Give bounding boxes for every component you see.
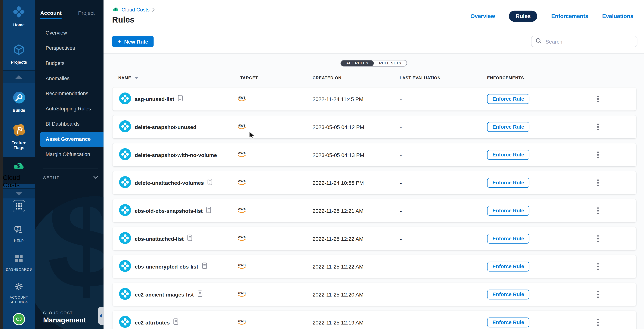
enforce-rule-button[interactable]: Enforce Rule — [487, 318, 530, 327]
nav-setup[interactable]: SETUP — [43, 175, 98, 180]
tab-rules[interactable]: Rules — [509, 11, 537, 22]
sidebar-item-builds[interactable]: Builds — [3, 91, 35, 113]
scope-tab-account[interactable]: Account — [40, 10, 62, 19]
svg-text:?: ? — [17, 227, 19, 230]
sidebar-item-label: Feature Flags — [6, 140, 31, 150]
rule-name: ec2-ancient-images-list — [135, 292, 194, 298]
sidebar-item-help[interactable]: ? HELP — [3, 225, 35, 243]
rule-last-evaluation-cell: - — [400, 87, 402, 110]
table-row[interactable]: ec2-ancient-images-list aws 2022-11-25 1… — [112, 283, 636, 306]
table-row[interactable]: delete-unattached-volumes aws 2022-11-24… — [112, 171, 636, 194]
search-input[interactable] — [544, 38, 633, 45]
sidebar-scroll-up[interactable] — [3, 70, 35, 83]
enforce-rule-button[interactable]: Enforce Rule — [487, 206, 530, 216]
rule-created-cell: 2022-11-25 12:20 AM — [312, 283, 364, 306]
row-menu-kebab-icon[interactable] — [594, 177, 602, 189]
module-picker-button[interactable] — [13, 200, 25, 212]
table-row[interactable]: asg-unused-list aws 2022-11-24 11:45 PM … — [112, 87, 636, 110]
nav-item-asset-governance[interactable]: Asset Governance — [40, 132, 104, 147]
note-icon[interactable] — [178, 95, 183, 103]
projects-cube-icon — [12, 43, 26, 58]
rule-last-evaluation-cell: - — [400, 199, 402, 222]
aws-logo-icon: aws — [237, 262, 247, 271]
enforce-rule-button[interactable]: Enforce Rule — [487, 290, 530, 299]
table-row[interactable]: ebs-unencrypted-ebs-list aws 2022-11-25 … — [112, 255, 636, 278]
rule-created-cell: 2022-11-25 12:22 AM — [312, 227, 364, 250]
sidebar-item-home[interactable]: Home — [3, 5, 35, 27]
sidebar-item-feature-flags[interactable]: Feature Flags — [3, 123, 35, 150]
modules-grid-icon — [16, 203, 22, 210]
rule-name: ebs-unencrypted-ebs-list — [135, 264, 198, 270]
row-menu-kebab-icon[interactable] — [594, 317, 602, 328]
sidebar-item-label: HELP — [14, 239, 24, 243]
table-row[interactable]: delete-snapshot-with-no-volume aws 2023-… — [112, 143, 636, 166]
svg-text:$: $ — [114, 7, 116, 11]
nav-item-perspectives[interactable]: Perspectives — [35, 41, 104, 56]
row-menu-kebab-icon[interactable] — [594, 205, 602, 216]
tab-evaluations[interactable]: Evaluations — [602, 13, 633, 19]
search-icon — [536, 37, 542, 45]
table-row[interactable]: ebs-old-ebs-snapshots-list aws 2022-11-2… — [112, 199, 636, 222]
tab-overview[interactable]: Overview — [470, 13, 495, 19]
rule-name: ec2-attributes — [135, 320, 170, 326]
toggle-rule-sets[interactable]: RULE SETS — [374, 60, 406, 66]
sidebar-item-dashboards[interactable]: DASHBOARDS — [3, 254, 35, 272]
row-menu-kebab-icon[interactable] — [594, 121, 602, 133]
table-row[interactable]: ebs-unattached-list aws 2022-11-25 12:22… — [112, 227, 636, 250]
rule-name-cell: ebs-unencrypted-ebs-list — [119, 255, 207, 278]
scope-tab-project[interactable]: Project — [78, 10, 94, 19]
chevron-left-icon — [99, 314, 102, 318]
collapse-panel-button[interactable] — [98, 307, 104, 325]
rules-list: asg-unused-list aws 2022-11-24 11:45 PM … — [112, 87, 644, 329]
breadcrumb-link[interactable]: Cloud Costs — [122, 7, 150, 13]
nav-item-budgets[interactable]: Budgets — [35, 56, 104, 71]
sidebar-item-cloud-costs[interactable]: $ Cloud Costs — [3, 157, 35, 184]
rule-last-evaluation-cell: - — [400, 311, 402, 329]
nav-item-autostopping-rules[interactable]: AutoStopping Rules — [35, 101, 104, 117]
nav-item-recommendations[interactable]: Recommendations — [35, 86, 104, 101]
toggle-all-rules[interactable]: ALL RULES — [341, 60, 374, 66]
svg-text:aws: aws — [238, 207, 246, 211]
sidebar-scroll-down[interactable] — [3, 188, 35, 199]
setup-label: SETUP — [43, 175, 60, 180]
note-icon[interactable] — [206, 207, 211, 215]
enforce-rule-button[interactable]: Enforce Rule — [487, 178, 530, 188]
nav-item-overview[interactable]: Overview — [35, 25, 104, 41]
enforce-rule-button[interactable]: Enforce Rule — [487, 122, 530, 132]
svg-text:aws: aws — [238, 95, 246, 99]
nav-item-bi-dashboards[interactable]: BI Dashboards — [35, 117, 104, 132]
rule-name-cell: delete-unattached-volumes — [119, 171, 212, 194]
row-menu-kebab-icon[interactable] — [594, 289, 602, 300]
enforce-rule-button[interactable]: Enforce Rule — [487, 234, 530, 244]
new-rule-button[interactable]: + New Rule — [112, 36, 154, 47]
user-avatar[interactable]: CJ — [13, 313, 25, 326]
note-icon[interactable] — [208, 179, 212, 187]
column-header-target: TARGET — [240, 75, 258, 80]
row-menu-kebab-icon[interactable] — [594, 93, 602, 105]
note-icon[interactable] — [174, 318, 178, 327]
rule-target-cell: aws — [237, 255, 247, 278]
row-menu-kebab-icon[interactable] — [594, 233, 602, 244]
note-icon[interactable] — [202, 263, 207, 271]
feature-flags-icon — [12, 123, 26, 138]
aws-logo-icon: aws — [237, 95, 247, 103]
row-menu-kebab-icon[interactable] — [594, 149, 602, 161]
enforce-rule-button[interactable]: Enforce Rule — [487, 94, 530, 104]
column-header-name[interactable]: NAME — [118, 75, 139, 80]
avatar-initials: CJ — [16, 317, 22, 322]
rule-name: delete-snapshot-with-no-volume — [135, 152, 217, 158]
row-menu-kebab-icon[interactable] — [594, 261, 602, 272]
sidebar-item-projects[interactable]: Projects — [3, 43, 35, 65]
note-icon[interactable] — [198, 290, 202, 299]
nav-item-margin-obfuscation[interactable]: Margin Obfuscation — [35, 147, 104, 162]
table-row[interactable]: delete-snapshot-unused aws 2023-05-05 04… — [112, 115, 636, 138]
enforce-rule-button[interactable]: Enforce Rule — [487, 150, 530, 160]
table-row[interactable]: ec2-attributes aws 2022-11-25 12:19 AM -… — [112, 311, 636, 329]
nav-item-anomalies[interactable]: Anomalies — [35, 71, 104, 86]
nav-panel: Account Project OverviewPerspectivesBudg… — [35, 0, 104, 329]
note-icon[interactable] — [187, 235, 192, 243]
sidebar-item-account-settings[interactable]: ACCOUNT SETTINGS — [3, 282, 35, 304]
breadcrumb[interactable]: $ Cloud Costs — [112, 6, 155, 13]
enforce-rule-button[interactable]: Enforce Rule — [487, 262, 530, 271]
tab-enforcements[interactable]: Enforcements — [551, 13, 588, 19]
